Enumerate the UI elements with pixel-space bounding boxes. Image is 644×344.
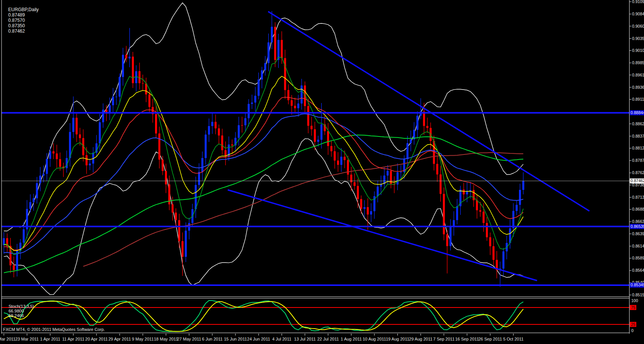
bear-candle [281,40,283,58]
bear-candle [347,160,349,175]
bear-candle [132,57,134,83]
bull-candle [135,71,137,83]
bull-candle [43,174,45,176]
bear-candle [148,95,150,107]
date-label: 6 Jun 2011 [202,337,223,341]
bear-candle [59,159,61,167]
bear-candle [125,55,127,58]
descending-trendline[interactable] [228,190,537,281]
date-label: 20 Apr 2011 [85,337,108,341]
bull-candle [449,227,451,246]
bear-candle [145,83,147,95]
bear-candle [274,27,276,60]
bull-candle [340,157,342,165]
price-tick-label: 0.85895 [632,256,644,260]
bear-candle [443,194,445,234]
bear-candle [367,207,369,214]
bull-candle [72,118,74,132]
bear-candle [13,265,15,270]
bull-candle [185,231,187,257]
bear-candle [440,174,442,194]
bull-candle [397,172,399,184]
bull-candle [99,122,101,143]
bull-candle [410,140,412,143]
bull-candle [46,159,48,174]
bull-candle [36,183,38,198]
date-label: 27 May 2011 [177,337,201,341]
bull-candle [102,110,104,122]
chart-window: 0.910950.908450.906000.903500.901050.898… [0,0,644,344]
quote-open: 0.87489 [8,12,25,18]
quote-high: 0.87570 [8,18,25,23]
bear-candle [56,153,58,159]
bear-candle [473,190,475,200]
price-tick-label: 0.89360 [632,85,644,90]
quote-close: 0.87462 [8,28,25,34]
time-axis[interactable]: 14 Mar 201123 Mar 20111 Apr 201111 Apr 2… [0,334,524,341]
price-tick-label: 0.90845 [632,12,644,16]
price-tick-label: 0.89855 [632,60,644,65]
bull-candle [317,140,319,142]
bear-candle [175,213,177,220]
ema-yellow-line [4,76,523,251]
date-label: 13 Jul 2011 [294,337,316,341]
bear-candle [291,100,293,106]
date-label: 5 Oct 2011 [503,337,524,341]
bull-candle [201,158,203,172]
price-tick-label: 0.86885 [632,207,644,211]
date-label: 7 Sep 2011 [433,337,454,341]
bear-candle [492,246,494,260]
price-tick-label: 0.90105 [632,48,644,53]
bear-candle [178,220,180,241]
stoch-signal-value: 59.2466 [8,313,24,318]
bear-candle [307,106,309,126]
price-marker-label: 0.87462 [631,178,644,183]
bear-candle [172,204,174,213]
bull-candle [89,164,91,166]
date-label: 29 Aug 2011 [409,337,432,341]
bear-candle [218,128,220,136]
bull-candle [118,77,120,96]
bull-candle [128,57,130,58]
date-label: 23 Mar 2011 [15,337,39,341]
bear-candle [294,106,296,108]
date-label: 4 Jul 2011 [272,337,291,341]
bull-candle [251,103,253,104]
bollinger-lower-band [4,139,523,295]
bear-candle [327,131,329,146]
bull-candle [320,125,322,140]
bull-candle [248,104,250,118]
main-chart-svg[interactable]: 0.910950.908450.906000.903500.901050.898… [0,0,644,344]
bear-candle [158,133,160,160]
price-tick-label: 0.85150 [632,292,644,297]
bull-candle [254,96,256,103]
quote-bar: EURGBP,Daily 0.87489 0.87570 0.87350 0.8… [3,2,40,39]
price-tick-label: 0.88620 [632,121,644,126]
candles-layer [3,11,524,287]
bull-candle [33,198,35,202]
price-tick-label: 0.89610 [632,73,644,77]
date-label: 1 Apr 2011 [40,337,60,341]
price-tick-label: 0.87130 [632,195,644,199]
bull-candle [198,172,200,185]
bull-candle [29,202,31,209]
date-label: 24 Jun 2011 [247,337,270,341]
bear-candle [423,111,425,126]
stoch-0-label: 0 [631,328,634,333]
bull-candle [112,97,114,105]
price-tick-label: 0.91095 [632,0,644,4]
bull-candle [267,42,269,63]
date-label: 16 Sep 2011 [455,337,479,341]
bollinger-upper-band [4,3,523,231]
stoch-axis: 10007525 [630,298,638,333]
bull-candle [407,143,409,159]
price-tick-label: 0.88370 [632,134,644,138]
bull-candle [264,63,266,70]
bear-candle [357,186,359,199]
price-tick-label: 0.86390 [632,231,644,236]
bear-candle [287,90,289,100]
bull-candle [122,55,124,77]
bear-candle [337,161,339,165]
price-axis[interactable]: 0.910950.908450.906000.903500.901050.898… [629,0,644,297]
date-label: 26 Sep 2011 [478,337,502,341]
